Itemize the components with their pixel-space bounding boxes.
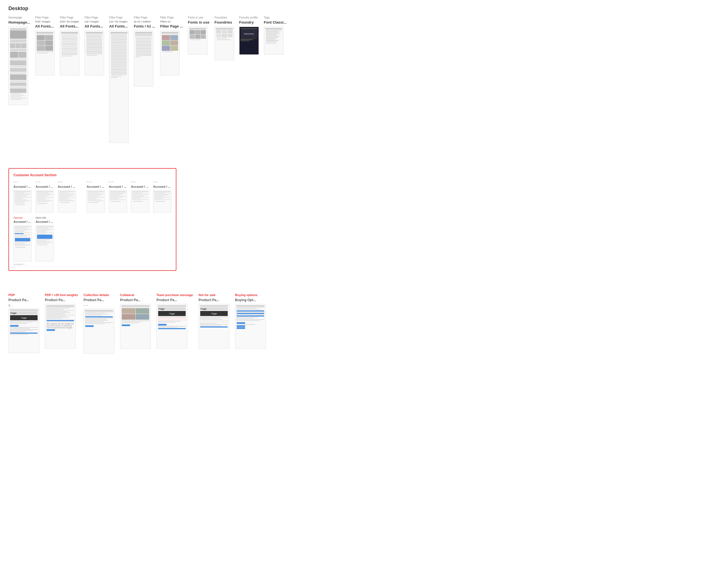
filter-list-images-thumb[interactable] <box>84 31 104 75</box>
pdp-notforsale-color-label: Not for sale <box>199 293 229 297</box>
account-thumb-5[interactable] <box>109 190 127 213</box>
account-grid: • • • Account / ... <box>14 180 171 213</box>
pdp-team-thumb[interactable]: Frigga Frigga <box>156 304 187 349</box>
filter-h1-thumb[interactable] <box>134 31 153 87</box>
filter-on-thumb[interactable] <box>160 31 180 75</box>
account-item-1: • • • Account / ... <box>14 180 32 213</box>
foundry-profile-sublabel: Foundry <box>239 20 259 24</box>
pdp-team-color-label: Team purchase message <box>156 293 193 297</box>
foundries-sublabel: Foundries <box>214 20 234 24</box>
account-label-5: Account / ... <box>109 185 127 188</box>
filter-grid-noimages-thumb[interactable] <box>60 31 79 75</box>
filter-on-label: Filter Page <box>160 16 183 19</box>
tags-thumb[interactable] <box>264 27 284 55</box>
wireframe-item-filter-h1: Filter Page as H1 / subtext Fonts / h1 .… <box>134 16 155 143</box>
account-item-6: • • • Account / ... <box>131 180 149 213</box>
pdp-20weights-main-label: Product Pa... <box>45 298 78 302</box>
account-item-4: • • • Account / ... <box>87 180 105 213</box>
fonts-in-use-thumb[interactable] <box>188 27 208 55</box>
dots-1: • • • <box>14 180 32 184</box>
pdp-collateral-thumb[interactable] <box>120 304 151 349</box>
filter-list-images-sublabel2: All Fonts... <box>84 24 104 28</box>
account-item-opened: Opened Account / ... <box>14 216 32 266</box>
pdp-notforsale-thumb[interactable]: Frigga Frigga <box>199 304 229 349</box>
customer-account-section: Customer Account Section • • • Account /… <box>8 168 176 271</box>
filter-grid-noimages-label: Filter Page <box>60 16 79 19</box>
opened-tag: Opened <box>14 216 32 219</box>
account-label-4: Account / ... <box>87 185 105 188</box>
filter-h1-label: Filter Page <box>134 16 155 19</box>
wireframe-item-foundries: Foundries Foundries <box>214 16 234 143</box>
account-item-7: • • • Account / ... <box>153 180 171 213</box>
wireframe-item-filter-grid-noimages: Filter Page Grid / No Images All Fonts..… <box>60 16 79 143</box>
account-thumb-1[interactable] <box>14 190 32 213</box>
pdp-item-20weights: PDP / >20 font weights Product Pa... <box>45 293 78 353</box>
filter-on-sublabel1: Filters on <box>160 20 183 23</box>
account-item-5: • • • Account / ... <box>109 180 127 213</box>
dots-5: • • • <box>109 180 127 184</box>
filter-list-images-sublabel1: List / Images <box>84 20 104 23</box>
account-thumb-opened[interactable] <box>14 225 32 262</box>
spacer-1 <box>8 157 720 168</box>
pdp-collection-thumb[interactable] <box>83 309 114 353</box>
fonts-in-use-label: Fonts in use <box>188 16 209 19</box>
account-item-2: • • • Account / ... <box>35 180 54 213</box>
account-label-1: Account / ... <box>14 185 32 188</box>
account-label-3: Account / ... <box>58 185 76 188</box>
dots-4: • • • <box>87 180 105 184</box>
wireframe-item-filter-on: Filter Page Filters on Filter Page ... <box>160 16 183 143</box>
account-thumb-6[interactable] <box>131 190 149 213</box>
account-thumb-3[interactable] <box>58 190 76 213</box>
pdp-buying-main-label: Buying Opt... <box>235 298 266 302</box>
account-thumb-2[interactable] <box>35 190 54 213</box>
pdp-basic-color-label: PDP <box>8 293 39 297</box>
wireframe-item-filter-grid-images: Filter Page Grid / Images All Fonts... <box>35 16 55 143</box>
tags-label: Tags <box>264 16 287 19</box>
pdp-buying-thumb[interactable] <box>235 304 266 349</box>
pdp-20weights-color-label: PDP / >20 font weights <box>45 293 78 297</box>
pdp-grid: PDP Product Pa... A... Frigga Frigga <box>8 293 720 353</box>
pdp-collateral-color-label: Collateral <box>120 293 151 297</box>
dots-7: • • • <box>153 180 171 184</box>
pdp-collection-color-label: Collection details <box>83 293 114 297</box>
wireframe-item-fonts-in-use: Fonts in use Fonts in use <box>188 16 209 143</box>
pdp-buying-color-label: Buying options <box>235 293 266 297</box>
account-label-opened: Account / ... <box>14 220 32 223</box>
pdp-item-not-for-sale: Not for sale Product Pa... Frigga Frigga <box>199 293 229 353</box>
homepage-label: Homepage <box>8 16 30 19</box>
foundries-thumb[interactable] <box>214 27 234 60</box>
dots-3: • • • <box>58 180 76 184</box>
account-thumb-moreinfo[interactable] <box>35 225 54 262</box>
pdp-notforsale-main-label: Product Pa... <box>199 298 229 302</box>
dots-6: • • • <box>131 180 149 184</box>
filter-grid-noimages-sublabel1: Grid / No Images <box>60 20 79 23</box>
filter-grid-images-sublabel2: All Fonts... <box>35 24 55 28</box>
foundries-label: Foundries <box>214 16 234 19</box>
wireframe-item-filter-list-noimages: Filter Page List / No Images All Fonts..… <box>109 16 129 143</box>
filter-list-noimages-sublabel2: All Fonts... <box>109 24 129 28</box>
filter-list-noimages-thumb[interactable] <box>109 31 129 143</box>
filter-grid-images-sublabel1: Grid / Images <box>35 20 55 23</box>
account-thumb-4[interactable] <box>87 190 105 213</box>
pdp-20weights-thumb[interactable]: We collapse the font weight list, and ad… <box>45 304 76 349</box>
filter-grid-images-thumb[interactable] <box>35 31 55 75</box>
pdp-basic-main-label: Product Pa... <box>8 298 39 302</box>
customer-account-title: Customer Account Section <box>14 173 171 177</box>
account-label-6: Account / ... <box>131 185 149 188</box>
foundry-profile-thumb[interactable]: MatheHely <box>239 27 259 55</box>
tags-sublabel: Font Classi... <box>264 20 287 24</box>
pdp-collection-dots: • • • <box>83 304 114 307</box>
pdp-basic-thumb[interactable]: Frigga Frigga <box>8 308 39 353</box>
filter-grid-images-label: Filter Page <box>35 16 55 19</box>
account-opened-sublabel: Account / ... <box>14 263 32 266</box>
account-thumb-7[interactable] <box>153 190 171 213</box>
filter-h1-sublabel1: as H1 / subtext <box>134 20 155 23</box>
dots-2: • • • <box>35 180 54 184</box>
account-label-2: Account / ... <box>35 185 54 188</box>
homepage-thumb[interactable] <box>8 27 28 105</box>
moreinfo-tag: More info <box>35 216 54 219</box>
filter-h1-sublabel2: Fonts / h1 ... <box>134 24 155 28</box>
account-label-7: Account / ... <box>153 185 171 188</box>
pdp-item-collateral: Collateral Product Pa... <box>120 293 151 353</box>
account-item-moreinfo: More info Account / ... <box>35 216 54 266</box>
